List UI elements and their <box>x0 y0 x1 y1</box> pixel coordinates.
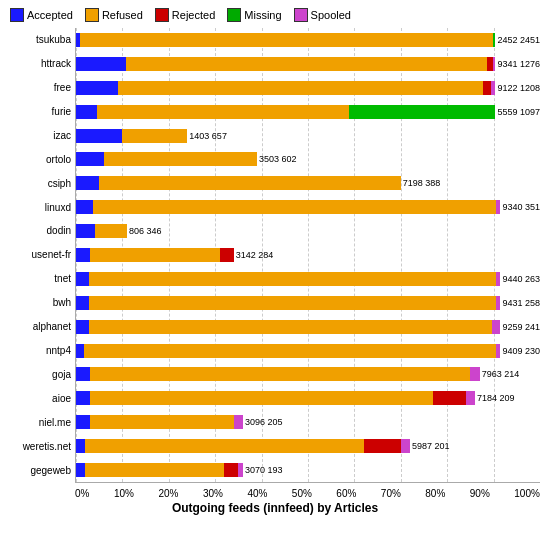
chart-area: tsukubahttrackfreefurieizacortolocsiphli… <box>10 28 540 483</box>
legend-color-accepted <box>10 8 24 22</box>
bar-row-nntp4: 9409 230 <box>76 342 540 360</box>
x-axis-label: 60% <box>336 488 356 499</box>
bar-segment-accepted <box>76 152 104 166</box>
y-label-httrack: httrack <box>10 59 71 69</box>
legend-label-missing: Missing <box>244 9 281 21</box>
bar-row-aioe: 7184 209 <box>76 389 540 407</box>
bar-segment-spooled <box>492 320 500 334</box>
x-axis-label: 70% <box>381 488 401 499</box>
bar-segment-refused <box>122 129 187 143</box>
bar-segment-refused <box>95 224 127 238</box>
x-axis-label: 30% <box>203 488 223 499</box>
y-label-izac: izac <box>10 131 71 141</box>
legend-item-refused: Refused <box>85 8 143 22</box>
bar-row-izac: 1403 657 <box>76 127 540 145</box>
bar-segment-refused <box>80 33 493 47</box>
bar-label-niel.me: 3096 205 <box>245 417 283 427</box>
legend-item-accepted: Accepted <box>10 8 73 22</box>
bar-label-goja: 7963 214 <box>482 369 520 379</box>
y-label-gegeweb: gegeweb <box>10 466 71 476</box>
bar-row-bwh: 9431 258 <box>76 294 540 312</box>
bar-label-tnet: 9440 263 <box>502 274 540 284</box>
bar-label-free: 9122 1208 <box>497 83 540 93</box>
x-axis-label: 100% <box>514 488 540 499</box>
bar-segment-accepted <box>76 272 89 286</box>
bar-segment-accepted <box>76 248 90 262</box>
bar-segment-rejected <box>433 391 465 405</box>
bar-label-nntp4: 9409 230 <box>502 346 540 356</box>
y-label-weretis.net: weretis.net <box>10 442 71 452</box>
y-label-linuxd: linuxd <box>10 203 71 213</box>
bar-row-goja: 7963 214 <box>76 365 540 383</box>
bar-row-weretis.net: 5987 201 <box>76 437 540 455</box>
bar-segment-accepted <box>76 320 89 334</box>
bar-row-linuxd: 9340 351 <box>76 198 540 216</box>
bar-segment-refused <box>126 57 487 71</box>
bar-segment-accepted <box>76 463 85 477</box>
x-axis-label: 90% <box>470 488 490 499</box>
bar-segment-accepted <box>76 439 85 453</box>
bar-row-niel.me: 3096 205 <box>76 413 540 431</box>
bar-segment-refused <box>90 248 220 262</box>
bar-segment-missing <box>349 105 496 119</box>
bar-segment-refused <box>89 320 492 334</box>
bar-segment-refused <box>90 391 433 405</box>
bar-label-alphanet: 9259 241 <box>502 322 540 332</box>
bar-segment-refused <box>93 200 496 214</box>
bar-segment-refused <box>89 296 497 310</box>
legend-item-rejected: Rejected <box>155 8 215 22</box>
bar-segment-accepted <box>76 81 118 95</box>
bar-segment-refused <box>118 81 483 95</box>
bar-segment-rejected <box>224 463 238 477</box>
bar-segment-accepted <box>76 224 95 238</box>
bar-row-free: 9122 1208 <box>76 79 540 97</box>
bar-row-furie: 5559 1097 <box>76 103 540 121</box>
bar-row-alphanet: 9259 241 <box>76 318 540 336</box>
y-label-alphanet: alphanet <box>10 322 71 332</box>
y-label-csiph: csiph <box>10 179 71 189</box>
bar-segment-accepted <box>76 296 89 310</box>
bar-label-furie: 5559 1097 <box>497 107 540 117</box>
bar-segment-spooled <box>470 367 479 381</box>
y-label-tsukuba: tsukuba <box>10 35 71 45</box>
legend: AcceptedRefusedRejectedMissingSpooled <box>10 8 540 22</box>
x-axis-label: 50% <box>292 488 312 499</box>
bar-label-httrack: 9341 1276 <box>497 59 540 69</box>
legend-color-missing <box>227 8 241 22</box>
y-label-ortolo: ortolo <box>10 155 71 165</box>
x-axis-labels: 0%10%20%30%40%50%60%70%80%90%100% <box>75 485 540 499</box>
bar-label-dodin: 806 346 <box>129 226 162 236</box>
bar-row-csiph: 7198 388 <box>76 174 540 192</box>
bar-segment-spooled <box>496 200 500 214</box>
y-label-furie: furie <box>10 107 71 117</box>
bar-segment-spooled <box>491 81 495 95</box>
bar-segment-refused <box>97 105 349 119</box>
bar-row-httrack: 9341 1276 <box>76 55 540 73</box>
bar-row-usenet-fr: 3142 284 <box>76 246 540 264</box>
bar-segment-accepted <box>76 367 90 381</box>
bar-row-dodin: 806 346 <box>76 222 540 240</box>
y-labels: tsukubahttrackfreefurieizacortolocsiphli… <box>10 28 75 483</box>
bar-segment-accepted <box>76 415 90 429</box>
bar-label-csiph: 7198 388 <box>403 178 441 188</box>
x-axis-label: 40% <box>247 488 267 499</box>
bottom-area: 0%10%20%30%40%50%60%70%80%90%100% Outgoi… <box>10 485 540 515</box>
bars-area: 2452 24519341 12769122 12085559 10971403… <box>75 28 540 483</box>
bar-segment-rejected <box>364 439 401 453</box>
bar-label-weretis.net: 5987 201 <box>412 441 450 451</box>
bar-segment-accepted <box>76 105 97 119</box>
bar-label-usenet-fr: 3142 284 <box>236 250 274 260</box>
bar-segment-spooled <box>238 463 243 477</box>
bar-segment-accepted <box>76 344 84 358</box>
y-label-goja: goja <box>10 370 71 380</box>
bar-row-tnet: 9440 263 <box>76 270 540 288</box>
bar-label-izac: 1403 657 <box>189 131 227 141</box>
bar-segment-refused <box>85 463 224 477</box>
bar-segment-missing <box>493 33 495 47</box>
bar-row-gegeweb: 3070 193 <box>76 461 540 479</box>
bar-segment-refused <box>104 152 257 166</box>
bar-segment-rejected <box>220 248 234 262</box>
bar-segment-spooled <box>466 391 475 405</box>
legend-item-missing: Missing <box>227 8 281 22</box>
x-axis-label: 0% <box>75 488 89 499</box>
